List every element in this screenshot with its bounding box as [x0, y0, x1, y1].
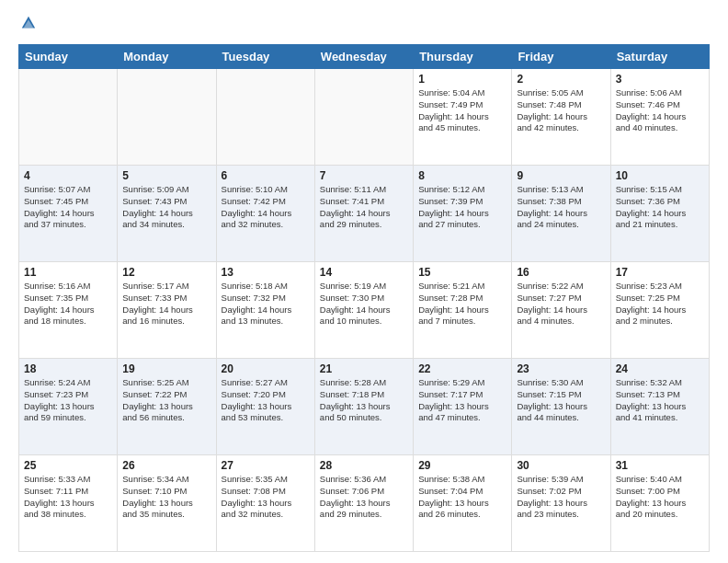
calendar-cell: 25Sunrise: 5:33 AM Sunset: 7:11 PM Dayli…: [19, 455, 118, 552]
day-number: 25: [24, 459, 112, 472]
day-header-saturday: Saturday: [610, 45, 709, 69]
calendar-cell: 22Sunrise: 5:29 AM Sunset: 7:17 PM Dayli…: [414, 359, 512, 455]
calendar-cell: 3Sunrise: 5:06 AM Sunset: 7:46 PM Daylig…: [610, 69, 709, 166]
day-number: 14: [320, 266, 408, 279]
day-number: 23: [517, 362, 605, 375]
day-info: Sunrise: 5:16 AM Sunset: 7:35 PM Dayligh…: [24, 281, 112, 327]
day-number: 15: [418, 266, 506, 279]
header: [18, 15, 710, 35]
day-number: 6: [222, 169, 310, 182]
day-info: Sunrise: 5:28 AM Sunset: 7:18 PM Dayligh…: [320, 377, 408, 424]
day-info: Sunrise: 5:25 AM Sunset: 7:22 PM Dayligh…: [122, 377, 210, 424]
day-info: Sunrise: 5:29 AM Sunset: 7:17 PM Dayligh…: [418, 377, 506, 424]
day-number: 13: [222, 266, 310, 279]
calendar-cell: 14Sunrise: 5:19 AM Sunset: 7:30 PM Dayli…: [314, 262, 413, 359]
days-of-week-row: SundayMondayTuesdayWednesdayThursdayFrid…: [19, 45, 710, 69]
calendar-cell: 19Sunrise: 5:25 AM Sunset: 7:22 PM Dayli…: [118, 359, 216, 455]
calendar-table: SundayMondayTuesdayWednesdayThursdayFrid…: [18, 44, 710, 552]
calendar-cell: 29Sunrise: 5:38 AM Sunset: 7:04 PM Dayli…: [414, 455, 512, 552]
day-header-sunday: Sunday: [19, 45, 118, 69]
calendar-cell: 21Sunrise: 5:28 AM Sunset: 7:18 PM Dayli…: [314, 359, 413, 455]
calendar-cell: 11Sunrise: 5:16 AM Sunset: 7:35 PM Dayli…: [19, 262, 118, 359]
calendar-body: 1Sunrise: 5:04 AM Sunset: 7:49 PM Daylig…: [19, 69, 710, 552]
day-number: 1: [418, 73, 506, 86]
logo: [18, 15, 37, 35]
day-info: Sunrise: 5:11 AM Sunset: 7:41 PM Dayligh…: [320, 184, 408, 231]
day-header-tuesday: Tuesday: [216, 45, 314, 69]
day-info: Sunrise: 5:12 AM Sunset: 7:39 PM Dayligh…: [418, 184, 506, 231]
calendar-cell: 2Sunrise: 5:05 AM Sunset: 7:48 PM Daylig…: [512, 69, 610, 166]
day-info: Sunrise: 5:24 AM Sunset: 7:23 PM Dayligh…: [24, 377, 112, 424]
day-info: Sunrise: 5:04 AM Sunset: 7:49 PM Dayligh…: [418, 87, 506, 134]
calendar-cell: 28Sunrise: 5:36 AM Sunset: 7:06 PM Dayli…: [314, 455, 413, 552]
day-number: 4: [24, 169, 112, 182]
calendar-cell: 31Sunrise: 5:40 AM Sunset: 7:00 PM Dayli…: [610, 455, 709, 552]
calendar-cell: 10Sunrise: 5:15 AM Sunset: 7:36 PM Dayli…: [610, 166, 709, 262]
day-number: 16: [517, 266, 605, 279]
calendar-cell: [216, 69, 314, 166]
day-number: 20: [222, 362, 310, 375]
day-header-friday: Friday: [512, 45, 610, 69]
day-number: 8: [418, 169, 506, 182]
calendar-cell: 23Sunrise: 5:30 AM Sunset: 7:15 PM Dayli…: [512, 359, 610, 455]
day-info: Sunrise: 5:34 AM Sunset: 7:10 PM Dayligh…: [122, 474, 210, 521]
day-info: Sunrise: 5:38 AM Sunset: 7:04 PM Dayligh…: [418, 474, 506, 521]
calendar-cell: 15Sunrise: 5:21 AM Sunset: 7:28 PM Dayli…: [414, 262, 512, 359]
calendar-cell: 1Sunrise: 5:04 AM Sunset: 7:49 PM Daylig…: [414, 69, 512, 166]
day-info: Sunrise: 5:05 AM Sunset: 7:48 PM Dayligh…: [517, 87, 605, 134]
day-number: 24: [616, 362, 704, 375]
day-number: 17: [616, 266, 704, 279]
day-info: Sunrise: 5:19 AM Sunset: 7:30 PM Dayligh…: [320, 281, 408, 327]
day-header-thursday: Thursday: [414, 45, 512, 69]
day-number: 21: [320, 362, 408, 375]
day-info: Sunrise: 5:07 AM Sunset: 7:45 PM Dayligh…: [24, 184, 112, 231]
day-info: Sunrise: 5:17 AM Sunset: 7:33 PM Dayligh…: [122, 281, 210, 327]
day-info: Sunrise: 5:22 AM Sunset: 7:27 PM Dayligh…: [517, 281, 605, 327]
day-info: Sunrise: 5:09 AM Sunset: 7:43 PM Dayligh…: [122, 184, 210, 231]
day-info: Sunrise: 5:33 AM Sunset: 7:11 PM Dayligh…: [24, 474, 112, 521]
day-number: 2: [517, 73, 605, 86]
day-info: Sunrise: 5:39 AM Sunset: 7:02 PM Dayligh…: [517, 474, 605, 521]
day-info: Sunrise: 5:10 AM Sunset: 7:42 PM Dayligh…: [222, 184, 310, 231]
calendar-cell: 8Sunrise: 5:12 AM Sunset: 7:39 PM Daylig…: [414, 166, 512, 262]
week-row-1: 1Sunrise: 5:04 AM Sunset: 7:49 PM Daylig…: [19, 69, 710, 166]
day-info: Sunrise: 5:30 AM Sunset: 7:15 PM Dayligh…: [517, 377, 605, 424]
calendar-cell: 12Sunrise: 5:17 AM Sunset: 7:33 PM Dayli…: [118, 262, 216, 359]
calendar-cell: [314, 69, 413, 166]
calendar-cell: 27Sunrise: 5:35 AM Sunset: 7:08 PM Dayli…: [216, 455, 314, 552]
day-number: 3: [616, 73, 704, 86]
day-number: 27: [222, 459, 310, 472]
day-info: Sunrise: 5:15 AM Sunset: 7:36 PM Dayligh…: [616, 184, 704, 231]
day-info: Sunrise: 5:23 AM Sunset: 7:25 PM Dayligh…: [616, 281, 704, 327]
day-number: 18: [24, 362, 112, 375]
day-info: Sunrise: 5:18 AM Sunset: 7:32 PM Dayligh…: [222, 281, 310, 327]
day-number: 29: [418, 459, 506, 472]
week-row-4: 18Sunrise: 5:24 AM Sunset: 7:23 PM Dayli…: [19, 359, 710, 455]
calendar-cell: 6Sunrise: 5:10 AM Sunset: 7:42 PM Daylig…: [216, 166, 314, 262]
day-number: 26: [122, 459, 210, 472]
day-number: 31: [616, 459, 704, 472]
day-number: 19: [122, 362, 210, 375]
day-number: 11: [24, 266, 112, 279]
day-info: Sunrise: 5:32 AM Sunset: 7:13 PM Dayligh…: [616, 377, 704, 424]
day-header-monday: Monday: [118, 45, 216, 69]
calendar-cell: [118, 69, 216, 166]
day-info: Sunrise: 5:06 AM Sunset: 7:46 PM Dayligh…: [616, 87, 704, 134]
week-row-2: 4Sunrise: 5:07 AM Sunset: 7:45 PM Daylig…: [19, 166, 710, 262]
calendar-cell: 17Sunrise: 5:23 AM Sunset: 7:25 PM Dayli…: [610, 262, 709, 359]
day-number: 22: [418, 362, 506, 375]
week-row-3: 11Sunrise: 5:16 AM Sunset: 7:35 PM Dayli…: [19, 262, 710, 359]
calendar-cell: 30Sunrise: 5:39 AM Sunset: 7:02 PM Dayli…: [512, 455, 610, 552]
logo-icon: [20, 15, 37, 31]
calendar-cell: 13Sunrise: 5:18 AM Sunset: 7:32 PM Dayli…: [216, 262, 314, 359]
day-number: 10: [616, 169, 704, 182]
day-info: Sunrise: 5:13 AM Sunset: 7:38 PM Dayligh…: [517, 184, 605, 231]
calendar-cell: 24Sunrise: 5:32 AM Sunset: 7:13 PM Dayli…: [610, 359, 709, 455]
calendar-cell: 26Sunrise: 5:34 AM Sunset: 7:10 PM Dayli…: [118, 455, 216, 552]
calendar-cell: 18Sunrise: 5:24 AM Sunset: 7:23 PM Dayli…: [19, 359, 118, 455]
day-number: 9: [517, 169, 605, 182]
calendar-cell: 7Sunrise: 5:11 AM Sunset: 7:41 PM Daylig…: [314, 166, 413, 262]
day-info: Sunrise: 5:35 AM Sunset: 7:08 PM Dayligh…: [222, 474, 310, 521]
day-header-wednesday: Wednesday: [314, 45, 413, 69]
page: SundayMondayTuesdayWednesdayThursdayFrid…: [0, 0, 728, 563]
